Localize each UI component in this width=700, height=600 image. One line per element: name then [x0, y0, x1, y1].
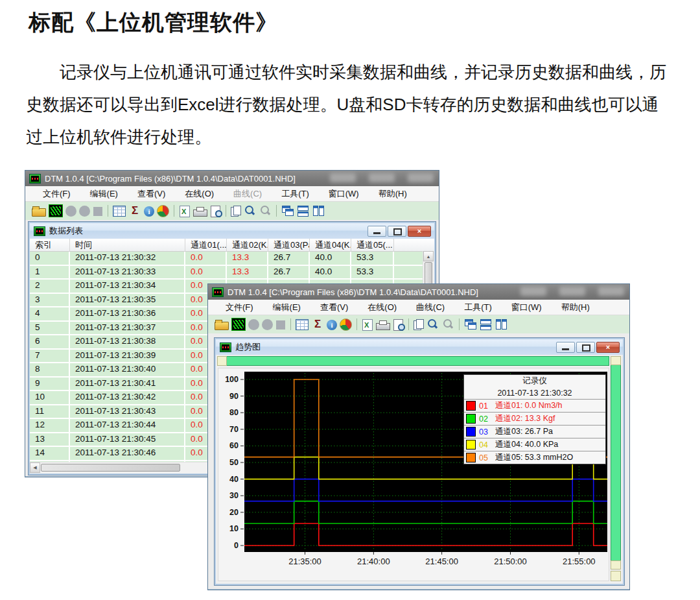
column-header[interactable]: 通道05(...: [351, 239, 394, 251]
table-cell: 40.0: [310, 266, 351, 279]
app-view-icon[interactable]: [231, 318, 246, 331]
window-controls-blurred[interactable]: [520, 287, 624, 296]
tile-vertical-icon[interactable]: [312, 205, 325, 217]
print-preview-icon[interactable]: [393, 319, 403, 331]
menu-window[interactable]: 窗口(W): [319, 188, 369, 200]
datalist-titlebar[interactable]: 数据列表 ×: [30, 223, 434, 239]
menu-bar: 文件(F)编辑(E)查看(V)在线(O)曲线(C)工具(T)窗口(W)帮助(H): [25, 186, 439, 202]
table-cell: 40.0: [310, 252, 351, 265]
info-icon[interactable]: [327, 320, 337, 330]
print-icon[interactable]: [376, 323, 390, 330]
tile-horizontal-icon[interactable]: [480, 318, 493, 330]
menu-curve[interactable]: 曲线(C): [406, 302, 454, 313]
maximize-button[interactable]: [388, 226, 406, 237]
table-row[interactable]: 12011-07-13 21:30:330.013.326.740.053.3: [30, 266, 434, 280]
column-header[interactable]: 通道03(Pa): [268, 239, 310, 251]
legend-channel-id: 01: [479, 402, 492, 411]
scroll-up-button[interactable]: ▲: [423, 251, 434, 261]
pie-chart-icon[interactable]: [340, 318, 352, 331]
record2-disabled-icon[interactable]: [79, 206, 90, 217]
copy-icon[interactable]: [231, 207, 239, 217]
titlebar[interactable]: DTM 1.0.4 [C:\Program Files (x86)\DTM 1.…: [208, 284, 629, 300]
print-preview-icon[interactable]: [211, 206, 220, 217]
menu-help[interactable]: 帮助(H): [552, 302, 600, 313]
cascade-windows-icon[interactable]: [464, 318, 477, 330]
column-header[interactable]: 索引: [30, 239, 70, 251]
menu-window[interactable]: 窗口(W): [502, 302, 552, 313]
zoom-icon[interactable]: [243, 205, 256, 217]
menu-tools[interactable]: 工具(T): [272, 188, 319, 200]
menu-file[interactable]: 文件(F): [33, 188, 80, 200]
data-list-icon[interactable]: [113, 206, 126, 217]
info-icon[interactable]: [144, 206, 154, 217]
chart-legend: 记录仪 2011-07-13 21:30:32 01通道01: 0.0 Nm3/…: [463, 374, 606, 464]
menu-bar: 文件(F)编辑(E)查看(V)在线(O)曲线(C)工具(T)窗口(W)帮助(H): [208, 300, 629, 315]
menu-edit[interactable]: 编辑(E): [263, 302, 310, 313]
print-icon[interactable]: [193, 210, 207, 217]
zoom-disabled-icon[interactable]: [441, 318, 454, 330]
menu-view[interactable]: 查看(V): [128, 188, 175, 200]
tile-vertical-icon[interactable]: [495, 318, 508, 330]
menu-file[interactable]: 文件(F): [216, 302, 263, 313]
statistics-sigma-icon[interactable]: [311, 318, 324, 330]
trend-titlebar[interactable]: 趋势图 ×: [216, 339, 623, 355]
menu-online[interactable]: 在线(O): [358, 302, 406, 313]
trend-icon: [220, 342, 231, 352]
resize-grip[interactable]: [611, 571, 621, 581]
table-row[interactable]: 02011-07-13 21:30:320.013.326.740.053.3: [30, 252, 434, 266]
svg-text:0: 0: [234, 541, 239, 550]
menu-edit[interactable]: 编辑(E): [80, 188, 128, 200]
menu-online[interactable]: 在线(O): [175, 188, 224, 200]
menu-tools[interactable]: 工具(T): [454, 302, 502, 313]
table-cell: 6: [30, 335, 70, 348]
scroll-down-button[interactable]: [611, 560, 621, 570]
pie-chart-icon[interactable]: [157, 205, 169, 217]
export-excel-icon[interactable]: [362, 319, 373, 331]
tile-horizontal-icon[interactable]: [297, 205, 310, 217]
vertical-green-scrollbar[interactable]: [611, 356, 621, 570]
window-controls-blurred[interactable]: [330, 173, 434, 182]
export-excel-icon[interactable]: [180, 206, 190, 217]
column-header[interactable]: 通道04(K...: [310, 239, 351, 251]
stop-disabled-icon[interactable]: [93, 207, 102, 216]
table-cell: 2011-07-13 21:30:40: [70, 363, 185, 376]
scroll-left-button[interactable]: ◀: [30, 462, 40, 473]
table-cell: 26.7: [268, 266, 310, 279]
horizontal-green-scrollbar[interactable]: [217, 356, 609, 366]
record-disabled-icon[interactable]: [65, 206, 76, 217]
data-list-icon[interactable]: [296, 319, 309, 330]
scroll-left-button[interactable]: [217, 356, 227, 366]
menu-curve[interactable]: 曲线(C): [224, 188, 272, 200]
zoom-icon[interactable]: [426, 318, 439, 330]
column-header[interactable]: 通道01(...: [185, 239, 227, 251]
toolbar-separator: [226, 205, 226, 217]
app-view-icon[interactable]: [49, 204, 63, 217]
column-header[interactable]: 通道02(K...: [227, 239, 268, 251]
column-header[interactable]: 时间: [70, 239, 185, 251]
scroll-up-button[interactable]: [611, 356, 621, 365]
open-file-icon[interactable]: [32, 208, 46, 217]
table-cell: 53.3: [351, 252, 394, 265]
cascade-windows-icon[interactable]: [281, 205, 294, 217]
close-button[interactable]: ×: [596, 342, 620, 353]
scroll-thumb[interactable]: [41, 464, 180, 472]
open-file-icon[interactable]: [215, 322, 229, 330]
minimize-button[interactable]: [368, 226, 386, 237]
record2-disabled-icon[interactable]: [262, 319, 273, 330]
titlebar[interactable]: DTM 1.0.4 [C:\Program Files (x86)\DTM 1.…: [25, 171, 439, 186]
menu-help[interactable]: 帮助(H): [369, 188, 417, 200]
record-disabled-icon[interactable]: [248, 319, 259, 330]
statistics-sigma-icon[interactable]: [128, 205, 141, 217]
svg-text:90: 90: [229, 392, 239, 401]
close-button[interactable]: ×: [408, 226, 431, 237]
svg-text:50: 50: [229, 458, 239, 467]
minimize-button[interactable]: [556, 342, 575, 353]
copy-icon[interactable]: [414, 320, 421, 330]
menu-view[interactable]: 查看(V): [310, 302, 358, 313]
intro-paragraph: 记录仪与上位机通讯可通过软件实时采集数据和曲线，并记录历史数据和曲线，历史数据还…: [26, 56, 675, 153]
table-cell: 13.3: [227, 252, 268, 265]
maximize-button[interactable]: [576, 342, 595, 353]
zoom-disabled-icon[interactable]: [259, 205, 272, 217]
stop-disabled-icon[interactable]: [276, 320, 285, 330]
table-cell: 12: [30, 419, 70, 432]
